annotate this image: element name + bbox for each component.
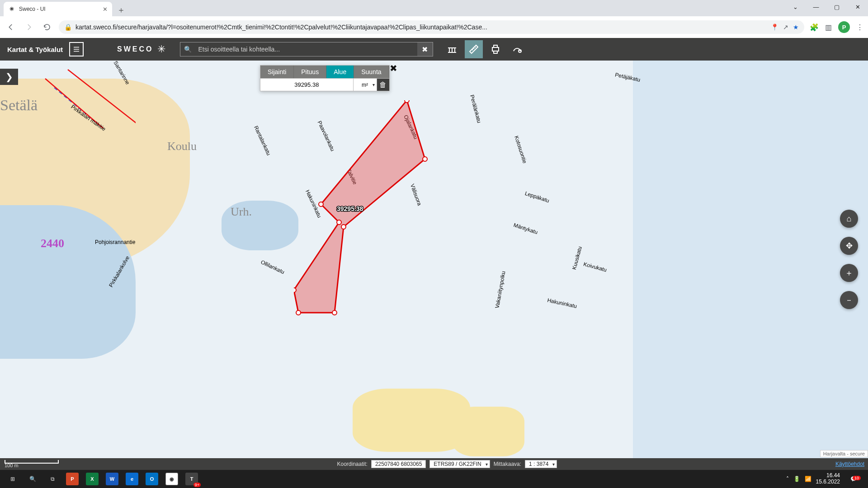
tab-sijainti[interactable]: Sijainti	[260, 66, 294, 78]
notif-badge: 10	[853, 476, 861, 480]
tab-pituus[interactable]: Pituus	[294, 66, 326, 78]
share-icon[interactable]: ↗	[783, 23, 788, 31]
taskbar-search-icon[interactable]: 🔍	[23, 470, 42, 488]
window-minimize-icon[interactable]: —	[806, 0, 826, 14]
taskbar-outlook[interactable]: O	[142, 470, 162, 488]
menu-toggle-button[interactable]	[69, 42, 84, 56]
scale-text: 100 m	[5, 463, 59, 468]
svg-point-33	[405, 100, 409, 103]
measure-tool-icon[interactable]	[465, 40, 483, 58]
clock-date: 15.6.2022	[816, 479, 840, 485]
taskbar-powerpoint[interactable]: P	[62, 470, 82, 488]
start-button[interactable]: ⊞	[3, 470, 23, 488]
info-tool-icon[interactable]	[508, 40, 526, 58]
address-trailing: 📍 ↗ ★	[771, 23, 799, 31]
measure-value-row: m² 🗑	[260, 78, 389, 91]
map-canvas[interactable]: Setälä Koulu Urh. 2440 Santarinne Pirkka…	[0, 61, 868, 470]
tray-chevron-icon[interactable]: ˄	[786, 476, 789, 482]
location-pin-icon[interactable]: 📍	[771, 23, 778, 31]
task-view-icon[interactable]: ⧉	[42, 470, 62, 488]
svg-point-40	[319, 202, 323, 206]
lock-icon: 🔒	[64, 23, 72, 31]
tray-wifi-icon[interactable]: 📶	[805, 476, 811, 482]
svg-point-37	[296, 310, 301, 315]
svg-point-38	[294, 288, 296, 292]
address-bar: 🔒 kartat.sweco.fi/secure/harjavalta/?l=o…	[0, 16, 868, 38]
tab-strip: ✳ Sweco - UI ✕ ＋	[0, 0, 868, 16]
map-zoom-out-button[interactable]: －	[840, 291, 858, 309]
header-tools	[443, 40, 526, 58]
nav-forward-button[interactable]	[23, 21, 35, 33]
crs-select[interactable]: ETRS89 / GK22FIN	[429, 460, 490, 468]
coord-value[interactable]: 22507840 6803065	[371, 460, 426, 468]
layers-tool-icon[interactable]	[443, 40, 461, 58]
new-tab-button[interactable]: ＋	[115, 4, 127, 16]
place-label-setala: Setälä	[0, 97, 38, 114]
status-bar: 100 m Koordinaatit: 22507840 6803065 ETR…	[0, 458, 868, 470]
map-locate-button[interactable]: ✥	[840, 237, 858, 255]
map-zoom-in-button[interactable]: ＋	[840, 264, 858, 282]
side-expand-handle[interactable]: ❯	[0, 69, 18, 85]
tray-battery-icon[interactable]: 🔋	[793, 476, 800, 482]
kebab-menu-icon[interactable]: ⋮	[856, 23, 863, 32]
scale-select[interactable]: 1 : 3874	[525, 460, 557, 468]
tab-alue[interactable]: Alue	[326, 66, 354, 78]
taskbar-clock[interactable]: 16.44 15.6.2022	[816, 473, 840, 485]
street-peralankatu: Perälänkatu	[469, 94, 482, 123]
taskbar-teams[interactable]: T 9+	[182, 470, 202, 488]
action-center-icon[interactable]: 💬10	[844, 476, 863, 482]
browser-right-icons: 🧩 ▥ P ⋮	[810, 21, 863, 33]
search-box: 🔍 ✖	[180, 42, 433, 56]
street-hakuninkatu2: Hakuninkatu	[547, 297, 577, 310]
svg-rect-2	[494, 51, 497, 53]
window-chevron-icon[interactable]: ⌄	[785, 0, 806, 14]
taskbar-chrome[interactable]: ◉	[162, 470, 182, 488]
brand-title: Kartat & Työkalut	[7, 46, 63, 53]
svg-point-34	[423, 157, 427, 161]
window-controls: ⌄ — ▢ ✕	[785, 0, 868, 16]
logo-mark-icon: ✳	[157, 43, 165, 55]
measure-panel: ✖ Sijainti Pituus Alue Suunta m² 🗑	[260, 65, 390, 91]
scale-label: Mittakaava:	[494, 461, 521, 467]
basemap-sand2	[452, 407, 524, 456]
nav-back-button[interactable]	[5, 21, 17, 33]
print-tool-icon[interactable]	[486, 40, 505, 58]
place-label-urh: Urh.	[231, 205, 252, 219]
street-mantykatu: Mäntykatu	[513, 222, 538, 235]
app-header: Kartat & Työkalut SWECO ✳ 🔍 ✖	[0, 38, 868, 61]
tab-title: Sweco - UI	[19, 6, 46, 12]
measure-close-icon[interactable]: ✖	[390, 63, 397, 74]
browser-tab[interactable]: ✳ Sweco - UI ✕	[4, 2, 112, 16]
window-close-icon[interactable]: ✕	[847, 0, 868, 14]
search-icon[interactable]: 🔍	[180, 42, 196, 56]
taskbar-excel[interactable]: X	[82, 470, 102, 488]
svg-rect-1	[494, 45, 497, 47]
bookmark-star-icon[interactable]: ★	[793, 23, 799, 31]
search-clear-button[interactable]: ✖	[417, 42, 433, 56]
street-pohjoisrannantie: Pohjoisrannantie	[95, 239, 135, 245]
profile-avatar[interactable]: P	[838, 21, 850, 33]
url-text: kartat.sweco.fi/secure/harjavalta/?l=oso…	[75, 23, 487, 31]
street-kotosuontie: Kotosuontie	[513, 135, 528, 164]
window-maximize-icon[interactable]: ▢	[826, 0, 847, 14]
measure-tabs: Sijainti Pituus Alue Suunta	[260, 66, 389, 78]
search-input[interactable]	[196, 42, 417, 56]
street-ollilankatu: Ollilankatu	[260, 259, 286, 275]
terms-link[interactable]: Käyttöehdot	[835, 461, 864, 467]
measure-unit-select[interactable]: m²	[353, 79, 377, 91]
map-home-button[interactable]: ⌂	[840, 210, 858, 228]
measure-value-input[interactable]	[260, 79, 353, 91]
extensions-icon[interactable]: 🧩	[810, 23, 819, 32]
sweco-logo: SWECO ✳	[117, 43, 165, 55]
sidepanel-icon[interactable]: ▥	[825, 23, 832, 32]
favicon: ✳	[8, 5, 15, 13]
svg-point-36	[332, 310, 337, 315]
close-tab-icon[interactable]: ✕	[103, 6, 108, 12]
taskbar-word[interactable]: W	[102, 470, 122, 488]
nav-reload-button[interactable]	[41, 21, 53, 33]
measure-delete-button[interactable]: 🗑	[377, 79, 389, 91]
address-field[interactable]: 🔒 kartat.sweco.fi/secure/harjavalta/?l=o…	[59, 20, 804, 34]
basemap-urban-east	[633, 61, 868, 470]
taskbar-ie[interactable]: e	[122, 470, 142, 488]
tab-suunta[interactable]: Suunta	[354, 66, 389, 78]
